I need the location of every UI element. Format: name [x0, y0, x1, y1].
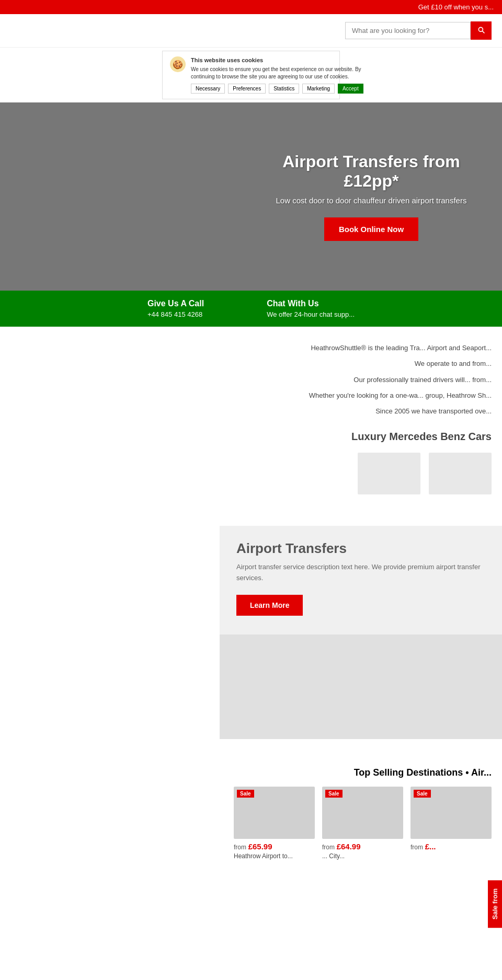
green-bar: Give Us A Call +44 845 415 4268 Chat Wit… [0, 291, 502, 327]
cars-title: Luxury Mercedes Benz Cars [219, 428, 492, 445]
hero-section: Airport Transfers from £12pp* Low cost d… [0, 102, 502, 291]
dest-card-2: Sale from £64.99 ... City... [322, 787, 403, 860]
top-banner-text: Get £10 off when you s... [418, 3, 494, 11]
hero-title: Airport Transfers from £12pp* [261, 152, 481, 191]
cookie-marketing-btn[interactable]: Marketing [302, 84, 335, 94]
cookie-notice: 🍪 This website uses cookies We use cooki… [162, 51, 340, 99]
about-line-1: HeathrowShuttle® is the leading Tra... A… [219, 342, 492, 354]
sale-badge-2: Sale [325, 790, 343, 798]
dest-img-3: Sale [410, 787, 492, 839]
about-line-5: Since 2005 we have transported ove... [219, 406, 492, 417]
header [0, 14, 502, 48]
dest-price-2: from £64.99 [322, 842, 403, 851]
dest-img-2: Sale [322, 787, 403, 839]
about-right: HeathrowShuttle® is the leading Tra... A… [219, 342, 492, 494]
dest-price-1: from £65.99 [234, 842, 315, 851]
dest-price-3: from £... [410, 842, 492, 851]
destinations-cards: Sale from £65.99 Heathrow Airport to... … [10, 787, 492, 860]
cookie-icon: 🍪 [170, 56, 186, 72]
cookie-accept-btn[interactable]: Accept [338, 84, 363, 94]
destinations-title: Top Selling Destinations • Air... [10, 767, 492, 778]
about-left [21, 342, 203, 494]
cookie-preferences-btn[interactable]: Preferences [228, 84, 266, 94]
book-online-button[interactable]: Book Online Now [324, 217, 418, 241]
service-card-desc: Airport transfer service description tex… [236, 562, 485, 584]
call-heading: Give Us A Call [147, 299, 204, 308]
car-thumbnails [219, 453, 492, 494]
car-thumb-2 [429, 453, 492, 494]
search-bar [345, 21, 492, 40]
dest-img-1: Sale [234, 787, 315, 839]
search-input[interactable] [345, 22, 471, 39]
service-card: Airport Transfers Airport transfer servi… [220, 526, 502, 635]
sale-badge-3: Sale [414, 790, 431, 798]
service-image [220, 635, 502, 739]
about-line-3: Our professionally trained drivers will.… [219, 374, 492, 386]
cookie-necessary-btn[interactable]: Necessary [191, 84, 225, 94]
sale-badge-1: Sale [237, 790, 254, 798]
chat-us-item: Chat With Us We offer 24-hour chat supp.… [267, 299, 355, 318]
learn-more-button[interactable]: Learn More [236, 595, 303, 616]
call-phone[interactable]: +44 845 415 4268 [147, 310, 204, 318]
dest-name-1: Heathrow Airport to... [234, 852, 315, 860]
hero-content: Airport Transfers from £12pp* Low cost d… [261, 152, 481, 241]
dest-name-2: ... City... [322, 852, 403, 860]
about-section: HeathrowShuttle® is the leading Tra... A… [0, 327, 502, 510]
cookie-statistics-btn[interactable]: Statistics [269, 84, 299, 94]
service-card-title: Airport Transfers [236, 540, 485, 557]
cookie-title: This website uses cookies [191, 56, 363, 64]
services-section: Airport Transfers Airport transfer servi… [0, 510, 502, 755]
dest-card-3: Sale from £... [410, 787, 492, 860]
top-banner: Get £10 off when you s... [0, 0, 502, 14]
car-thumb-1 [358, 453, 420, 494]
about-line-4: Whether you're looking for a one-wa... g… [219, 390, 492, 401]
chat-desc: We offer 24-hour chat supp... [267, 310, 355, 318]
chat-heading: Chat With Us [267, 299, 355, 308]
search-icon [477, 26, 485, 34]
cookie-body: We use cookies to ensure you get the bes… [191, 66, 363, 80]
dest-card-1: Sale from £65.99 Heathrow Airport to... [234, 787, 315, 860]
destinations-section: Top Selling Destinations • Air... Sale f… [0, 755, 502, 872]
search-button[interactable] [471, 21, 492, 40]
about-line-2: We operate to and from... [219, 358, 492, 370]
hero-subtitle: Low cost door to door chauffeur driven a… [261, 196, 481, 205]
call-us-item: Give Us A Call +44 845 415 4268 [147, 299, 204, 318]
